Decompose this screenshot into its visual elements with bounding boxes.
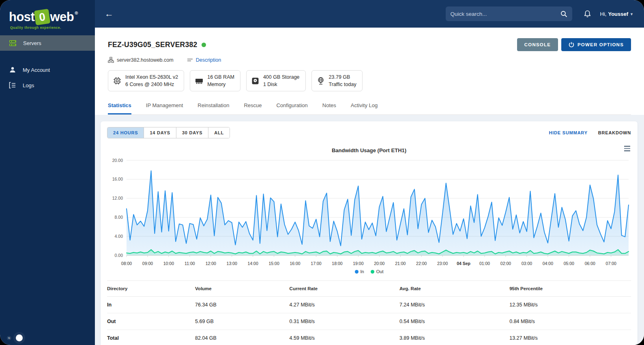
logo-registered-mark: ® xyxy=(75,11,78,15)
svg-text:21:00: 21:00 xyxy=(395,261,406,266)
notifications-bell-icon[interactable] xyxy=(584,10,591,18)
sidebar: host 0 web ® Quality through experience.… xyxy=(0,0,95,345)
tab-reinstallation[interactable]: Reinstallation xyxy=(197,98,229,114)
logo-o-mark: 0 xyxy=(34,9,51,26)
sidebar-item-label: My Account xyxy=(23,67,50,73)
tab-ip-management[interactable]: IP Management xyxy=(146,98,183,114)
theme-toggle-knob[interactable] xyxy=(16,334,23,341)
tab-configuration[interactable]: Configuration xyxy=(276,98,307,114)
sun-icon: ☀ xyxy=(6,335,12,341)
svg-text:20.00: 20.00 xyxy=(112,158,123,163)
svg-text:12.00: 12.00 xyxy=(112,196,123,201)
search-input[interactable] xyxy=(451,11,560,17)
breakdown-link[interactable]: BREAKDOWN xyxy=(598,130,631,135)
back-button[interactable]: ← xyxy=(105,9,114,18)
user-icon xyxy=(9,66,16,73)
chart-title: Bandwidth Usage (Port ETH1) xyxy=(332,147,406,153)
tab-rescue[interactable]: Rescue xyxy=(244,98,262,114)
server-domain: server382.hostoweb.com xyxy=(117,57,174,63)
tab-activity-log[interactable]: Activity Log xyxy=(351,98,378,114)
ram-icon xyxy=(195,77,203,84)
col-avg-rate: Avg. Rate xyxy=(399,281,509,297)
svg-text:23:00: 23:00 xyxy=(437,261,448,266)
spec-card-traffic: 23.79 GBTraffic today xyxy=(311,70,363,91)
svg-text:20:00: 20:00 xyxy=(374,261,384,266)
range-all-button[interactable]: ALL xyxy=(208,127,230,138)
sidebar-item-label: Logs xyxy=(23,82,34,88)
tab-statistics[interactable]: Statistics xyxy=(108,98,131,114)
svg-text:13:00: 13:00 xyxy=(227,261,237,266)
col-95th-percentile: 95th Percentile xyxy=(509,281,631,297)
table-row-in: In 76.34 GB 4.27 MBit/s 7.24 MBit/s 12.3… xyxy=(107,297,631,313)
greeting-text: Hi, xyxy=(600,11,607,17)
col-current-rate: Current Rate xyxy=(290,281,399,297)
svg-text:02:00: 02:00 xyxy=(500,261,511,266)
description-link[interactable]: Description xyxy=(196,57,221,63)
svg-text:04 Sep: 04 Sep xyxy=(457,261,470,266)
bandwidth-summary-table: Directory Volume Current Rate Avg. Rate … xyxy=(107,280,631,345)
search-icon[interactable] xyxy=(560,11,567,17)
search-box[interactable] xyxy=(446,6,572,21)
logo[interactable]: host 0 web ® Quality through experience. xyxy=(0,0,95,35)
disk-icon xyxy=(251,77,259,85)
svg-text:22:00: 22:00 xyxy=(416,261,427,266)
legend-item-out[interactable]: Out xyxy=(371,269,384,274)
svg-text:14:00: 14:00 xyxy=(248,261,258,266)
table-header-row: Directory Volume Current Rate Avg. Rate … xyxy=(107,281,631,297)
app-window: host 0 web ® Quality through experience.… xyxy=(0,0,644,345)
svg-text:08:00: 08:00 xyxy=(121,261,132,266)
chart-context-menu-icon[interactable] xyxy=(624,146,630,151)
svg-text:09:00: 09:00 xyxy=(142,261,153,266)
page-title: FEZ-U39G05_SERVER382 xyxy=(108,41,197,49)
logo-text-web: web xyxy=(50,10,74,24)
power-icon xyxy=(569,42,574,47)
svg-text:11:00: 11:00 xyxy=(185,261,195,266)
user-menu[interactable]: Hi, Youssef ▼ xyxy=(600,11,633,17)
tab-notes[interactable]: Notes xyxy=(322,98,336,114)
table-row-out: Out 5.69 GB 0.31 MBit/s 0.54 MBit/s 0.84… xyxy=(107,313,631,330)
svg-text:0.00: 0.00 xyxy=(115,253,123,258)
spec-card-storage: 400 GB Storage1 Disk xyxy=(246,70,306,91)
topbar: ← Hi, Youssef ▼ xyxy=(95,0,644,28)
time-range-group: 24 HOURS 14 DAYS 30 DAYS ALL xyxy=(107,127,230,138)
table-row-total: Total 82.04 GB 4.59 MBit/s 3.89 MBit/s 1… xyxy=(107,330,631,345)
svg-text:12:00: 12:00 xyxy=(206,261,216,266)
svg-text:16.00: 16.00 xyxy=(112,177,123,182)
chevron-down-icon: ▼ xyxy=(630,12,633,16)
network-icon xyxy=(108,57,114,63)
legend-item-in[interactable]: In xyxy=(355,269,364,274)
svg-text:16:00: 16:00 xyxy=(290,261,300,266)
svg-text:01:00: 01:00 xyxy=(479,261,490,266)
logs-icon xyxy=(9,82,16,88)
cpu-icon xyxy=(113,77,121,85)
tab-bar: Statistics IP Management Reinstallation … xyxy=(108,98,631,115)
logo-text-host: host xyxy=(9,10,34,24)
svg-text:06:00: 06:00 xyxy=(585,261,595,266)
svg-text:05:00: 05:00 xyxy=(564,261,574,266)
svg-text:4.00: 4.00 xyxy=(115,234,123,239)
sidebar-item-my-account[interactable]: My Account xyxy=(0,62,95,78)
globe-traffic-icon xyxy=(317,77,325,85)
col-directory: Directory xyxy=(107,281,195,297)
content-area: FEZ-U39G05_SERVER382 CONSOLE POWER OPTIO… xyxy=(95,28,644,345)
svg-text:15:00: 15:00 xyxy=(268,261,279,266)
console-button[interactable]: CONSOLE xyxy=(517,38,558,51)
hide-summary-link[interactable]: HIDE SUMMARY xyxy=(549,130,587,135)
sidebar-item-logs[interactable]: Logs xyxy=(0,78,95,93)
range-14-days-button[interactable]: 14 DAYS xyxy=(144,127,176,138)
user-name: Youssef xyxy=(608,11,628,17)
spec-card-cpu: Intel Xeon E5-2630L v26 Cores @ 2400 MHz xyxy=(108,70,184,91)
sidebar-item-servers[interactable]: Servers xyxy=(0,35,95,51)
statistics-card: 24 HOURS 14 DAYS 30 DAYS ALL HIDE SUMMAR… xyxy=(101,121,638,345)
range-30-days-button[interactable]: 30 DAYS xyxy=(176,127,208,138)
power-options-button[interactable]: POWER OPTIONS xyxy=(561,38,631,51)
description-icon xyxy=(187,58,193,62)
svg-text:10:00: 10:00 xyxy=(163,261,174,266)
svg-text:04:00: 04:00 xyxy=(543,261,553,266)
range-24-hours-button[interactable]: 24 HOURS xyxy=(107,127,144,138)
theme-toggle[interactable]: ☀ xyxy=(6,334,23,341)
sidebar-item-label: Servers xyxy=(23,40,41,46)
svg-text:19:00: 19:00 xyxy=(353,261,363,266)
svg-text:03:00: 03:00 xyxy=(522,261,532,266)
bandwidth-chart[interactable]: 0.004.008.0012.0016.0020.0008:0009:0010:… xyxy=(107,155,631,275)
